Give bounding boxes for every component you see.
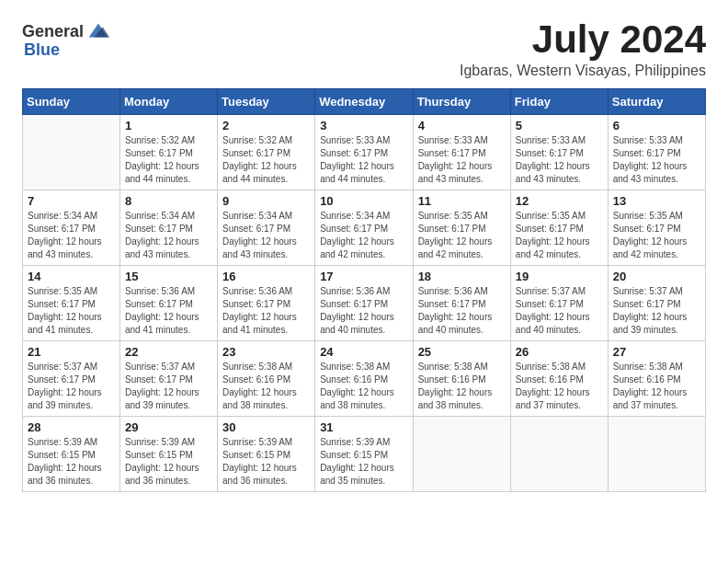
- cell-day-info: Sunrise: 5:37 AM Sunset: 6:17 PM Dayligh…: [516, 285, 603, 337]
- cell-day-info: Sunrise: 5:34 AM Sunset: 6:17 PM Dayligh…: [222, 210, 310, 261]
- header-thursday: Thursday: [413, 89, 510, 115]
- cell-day-info: Sunrise: 5:33 AM Sunset: 6:17 PM Dayligh…: [418, 134, 506, 186]
- cell-day-number: 10: [320, 194, 407, 208]
- header-saturday: Saturday: [608, 89, 705, 115]
- calendar-week-row: 14Sunrise: 5:35 AM Sunset: 6:17 PM Dayli…: [23, 266, 706, 341]
- page-header: General Blue July 2024 Igbaras, Western …: [22, 18, 706, 79]
- table-row: 13Sunrise: 5:35 AM Sunset: 6:17 PM Dayli…: [608, 190, 705, 266]
- cell-day-number: 18: [418, 270, 506, 283]
- logo: General Blue: [22, 18, 111, 60]
- table-row: 27Sunrise: 5:38 AM Sunset: 6:16 PM Dayli…: [608, 341, 705, 417]
- table-row: 23Sunrise: 5:38 AM Sunset: 6:16 PM Dayli…: [218, 341, 315, 417]
- cell-day-number: 31: [320, 420, 407, 434]
- calendar-week-row: 1Sunrise: 5:32 AM Sunset: 6:17 PM Daylig…: [23, 115, 706, 190]
- cell-day-info: Sunrise: 5:39 AM Sunset: 6:15 PM Dayligh…: [320, 436, 407, 488]
- table-row: 5Sunrise: 5:33 AM Sunset: 6:17 PM Daylig…: [510, 115, 608, 190]
- cell-day-info: Sunrise: 5:34 AM Sunset: 6:17 PM Dayligh…: [320, 210, 407, 261]
- header-wednesday: Wednesday: [315, 89, 413, 115]
- cell-day-number: 27: [613, 345, 700, 359]
- cell-day-info: Sunrise: 5:38 AM Sunset: 6:16 PM Dayligh…: [613, 361, 700, 412]
- cell-day-number: 4: [418, 119, 506, 132]
- calendar-table: Sunday Monday Tuesday Wednesday Thursday…: [22, 88, 706, 492]
- table-row: 17Sunrise: 5:36 AM Sunset: 6:17 PM Dayli…: [315, 266, 413, 341]
- calendar-subtitle: Igbaras, Western Visayas, Philippines: [460, 63, 706, 79]
- cell-day-number: 16: [222, 270, 310, 283]
- table-row: [510, 417, 608, 492]
- calendar-week-row: 21Sunrise: 5:37 AM Sunset: 6:17 PM Dayli…: [23, 341, 706, 417]
- cell-day-number: 28: [28, 420, 115, 434]
- cell-day-info: Sunrise: 5:39 AM Sunset: 6:15 PM Dayligh…: [28, 436, 115, 488]
- logo-text-general: General: [22, 22, 84, 41]
- header-monday: Monday: [120, 89, 218, 115]
- cell-day-number: 2: [222, 119, 310, 132]
- header-sunday: Sunday: [23, 89, 120, 115]
- cell-day-number: 12: [516, 194, 603, 208]
- table-row: 10Sunrise: 5:34 AM Sunset: 6:17 PM Dayli…: [315, 190, 413, 266]
- table-row: 14Sunrise: 5:35 AM Sunset: 6:17 PM Dayli…: [23, 266, 120, 341]
- cell-day-number: 20: [613, 270, 700, 283]
- cell-day-info: Sunrise: 5:39 AM Sunset: 6:15 PM Dayligh…: [222, 436, 310, 488]
- table-row: 6Sunrise: 5:33 AM Sunset: 6:17 PM Daylig…: [608, 115, 705, 190]
- cell-day-info: Sunrise: 5:32 AM Sunset: 6:17 PM Dayligh…: [125, 134, 212, 186]
- table-row: 9Sunrise: 5:34 AM Sunset: 6:17 PM Daylig…: [218, 190, 315, 266]
- cell-day-info: Sunrise: 5:33 AM Sunset: 6:17 PM Dayligh…: [613, 134, 700, 186]
- cell-day-number: 19: [516, 270, 603, 283]
- cell-day-number: 6: [613, 119, 700, 132]
- table-row: 7Sunrise: 5:34 AM Sunset: 6:17 PM Daylig…: [23, 190, 120, 266]
- table-row: 29Sunrise: 5:39 AM Sunset: 6:15 PM Dayli…: [120, 417, 218, 492]
- table-row: [608, 417, 705, 492]
- table-row: 16Sunrise: 5:36 AM Sunset: 6:17 PM Dayli…: [218, 266, 315, 341]
- calendar-title: July 2024: [460, 18, 706, 61]
- cell-day-info: Sunrise: 5:37 AM Sunset: 6:17 PM Dayligh…: [28, 361, 115, 412]
- cell-day-info: Sunrise: 5:35 AM Sunset: 6:17 PM Dayligh…: [613, 210, 700, 261]
- table-row: 30Sunrise: 5:39 AM Sunset: 6:15 PM Dayli…: [218, 417, 315, 492]
- calendar-header-row: Sunday Monday Tuesday Wednesday Thursday…: [23, 89, 706, 115]
- cell-day-number: 25: [418, 345, 506, 359]
- table-row: 31Sunrise: 5:39 AM Sunset: 6:15 PM Dayli…: [315, 417, 413, 492]
- table-row: [23, 115, 120, 190]
- cell-day-number: 24: [320, 345, 407, 359]
- table-row: 19Sunrise: 5:37 AM Sunset: 6:17 PM Dayli…: [510, 266, 608, 341]
- cell-day-number: 26: [516, 345, 603, 359]
- cell-day-info: Sunrise: 5:35 AM Sunset: 6:17 PM Dayligh…: [28, 285, 115, 337]
- cell-day-number: 29: [125, 420, 212, 434]
- cell-day-info: Sunrise: 5:36 AM Sunset: 6:17 PM Dayligh…: [418, 285, 506, 337]
- title-section: July 2024 Igbaras, Western Visayas, Phil…: [460, 18, 706, 79]
- table-row: [413, 417, 510, 492]
- table-row: 4Sunrise: 5:33 AM Sunset: 6:17 PM Daylig…: [413, 115, 510, 190]
- cell-day-info: Sunrise: 5:37 AM Sunset: 6:17 PM Dayligh…: [125, 361, 212, 412]
- table-row: 12Sunrise: 5:35 AM Sunset: 6:17 PM Dayli…: [510, 190, 608, 266]
- cell-day-info: Sunrise: 5:36 AM Sunset: 6:17 PM Dayligh…: [125, 285, 212, 337]
- table-row: 2Sunrise: 5:32 AM Sunset: 6:17 PM Daylig…: [218, 115, 315, 190]
- cell-day-info: Sunrise: 5:38 AM Sunset: 6:16 PM Dayligh…: [418, 361, 506, 412]
- cell-day-number: 17: [320, 270, 407, 283]
- calendar-week-row: 7Sunrise: 5:34 AM Sunset: 6:17 PM Daylig…: [23, 190, 706, 266]
- cell-day-number: 5: [516, 119, 603, 132]
- table-row: 24Sunrise: 5:38 AM Sunset: 6:16 PM Dayli…: [315, 341, 413, 417]
- cell-day-info: Sunrise: 5:35 AM Sunset: 6:17 PM Dayligh…: [418, 210, 506, 261]
- cell-day-info: Sunrise: 5:38 AM Sunset: 6:16 PM Dayligh…: [320, 361, 407, 412]
- calendar-week-row: 28Sunrise: 5:39 AM Sunset: 6:15 PM Dayli…: [23, 417, 706, 492]
- cell-day-number: 13: [613, 194, 700, 208]
- cell-day-number: 30: [222, 420, 310, 434]
- cell-day-number: 11: [418, 194, 506, 208]
- cell-day-number: 1: [125, 119, 212, 132]
- cell-day-info: Sunrise: 5:34 AM Sunset: 6:17 PM Dayligh…: [125, 210, 212, 261]
- table-row: 18Sunrise: 5:36 AM Sunset: 6:17 PM Dayli…: [413, 266, 510, 341]
- cell-day-info: Sunrise: 5:33 AM Sunset: 6:17 PM Dayligh…: [516, 134, 603, 186]
- header-tuesday: Tuesday: [218, 89, 315, 115]
- cell-day-info: Sunrise: 5:36 AM Sunset: 6:17 PM Dayligh…: [222, 285, 310, 337]
- cell-day-number: 9: [222, 194, 310, 208]
- cell-day-number: 15: [125, 270, 212, 283]
- table-row: 8Sunrise: 5:34 AM Sunset: 6:17 PM Daylig…: [120, 190, 218, 266]
- logo-icon: [85, 18, 111, 44]
- table-row: 28Sunrise: 5:39 AM Sunset: 6:15 PM Dayli…: [23, 417, 120, 492]
- table-row: 26Sunrise: 5:38 AM Sunset: 6:16 PM Dayli…: [510, 341, 608, 417]
- header-friday: Friday: [510, 89, 608, 115]
- table-row: 22Sunrise: 5:37 AM Sunset: 6:17 PM Dayli…: [120, 341, 218, 417]
- cell-day-info: Sunrise: 5:38 AM Sunset: 6:16 PM Dayligh…: [516, 361, 603, 412]
- cell-day-number: 22: [125, 345, 212, 359]
- cell-day-info: Sunrise: 5:34 AM Sunset: 6:17 PM Dayligh…: [28, 210, 115, 261]
- table-row: 25Sunrise: 5:38 AM Sunset: 6:16 PM Dayli…: [413, 341, 510, 417]
- cell-day-number: 14: [28, 270, 115, 283]
